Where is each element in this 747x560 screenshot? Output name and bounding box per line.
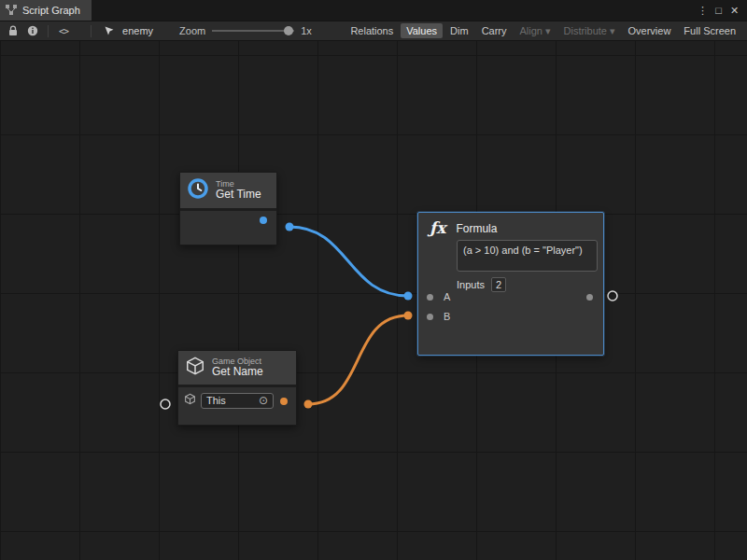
zoom-slider[interactable] xyxy=(212,30,294,32)
window-menu-icon[interactable]: ⋮ xyxy=(695,0,711,21)
window-titlebar: Script Graph ⋮ □ ✕ xyxy=(0,0,747,21)
target-object-dropdown[interactable]: This ⊙ xyxy=(201,393,274,409)
formula-output-port-hollow[interactable] xyxy=(608,291,617,301)
node-title: Get Time xyxy=(216,189,261,202)
small-cube-icon xyxy=(184,392,196,409)
gettime-output-port[interactable] xyxy=(260,217,267,224)
wire-endpoint[interactable] xyxy=(404,312,413,320)
toolbar-divider xyxy=(91,25,92,37)
graph-canvas[interactable]: Time Get Time ƒx Formula (a > 10) and (b… xyxy=(0,41,747,560)
node-header[interactable]: Game Object Get Name xyxy=(178,351,296,385)
align-dropdown[interactable]: Align▾ xyxy=(514,23,557,39)
lock-icon[interactable] xyxy=(4,21,22,40)
window-maximize-icon[interactable]: □ xyxy=(711,0,726,21)
full-screen-button[interactable]: Full Screen xyxy=(678,23,741,38)
node-get-time[interactable]: Time Get Time xyxy=(179,172,277,245)
node-title: Formula xyxy=(456,222,497,235)
titlebar-spacer xyxy=(92,0,695,21)
chevron-down-icon: ▾ xyxy=(545,25,551,37)
getname-input-port-hollow[interactable] xyxy=(161,399,170,409)
wire-getname-to-formula-b[interactable] xyxy=(308,315,408,404)
relations-button[interactable]: Relations xyxy=(345,23,399,38)
zoom-value: 1x xyxy=(301,25,312,36)
graph-name-label: enemy xyxy=(122,25,153,36)
target-picker-icon[interactable]: ⊙ xyxy=(259,395,268,406)
formula-fx-icon: ƒx xyxy=(430,220,445,236)
distribute-dropdown[interactable]: Distribute▾ xyxy=(558,23,621,39)
zoom-label: Zoom xyxy=(179,25,205,36)
script-machine-icon xyxy=(96,21,120,40)
cube-icon xyxy=(185,356,205,380)
window-close-icon[interactable]: ✕ xyxy=(726,0,742,21)
overview-button[interactable]: Overview xyxy=(623,23,677,38)
wire-gettime-to-formula-a[interactable] xyxy=(289,227,408,296)
getname-output-port[interactable] xyxy=(280,398,288,405)
formula-input-port-b[interactable] xyxy=(427,314,433,320)
dim-button[interactable]: Dim xyxy=(444,23,474,38)
wire-endpoint[interactable] xyxy=(404,292,413,301)
zoom-slider-knob[interactable] xyxy=(284,26,293,35)
chevron-down-icon: ▾ xyxy=(610,25,615,37)
formula-output-port[interactable] xyxy=(586,294,593,301)
clock-icon xyxy=(187,177,209,203)
port-label-b: B xyxy=(444,311,450,322)
node-formula[interactable]: ƒx Formula (a > 10) and (b = "Player") I… xyxy=(417,212,604,356)
carry-button[interactable]: Carry xyxy=(476,23,513,38)
formula-input-port-a[interactable] xyxy=(427,294,433,301)
port-label-a: A xyxy=(444,291,450,302)
node-title: Get Name xyxy=(212,366,263,379)
node-get-name[interactable]: Game Object Get Name This ⊙ xyxy=(177,350,297,426)
script-graph-tab[interactable]: Script Graph xyxy=(0,0,92,21)
script-graph-icon xyxy=(6,5,17,17)
toolbar-divider xyxy=(48,25,49,37)
node-header[interactable]: ƒx Formula xyxy=(418,213,603,236)
code-preview-icon[interactable]: <> xyxy=(53,26,74,36)
info-icon[interactable] xyxy=(22,21,43,40)
formula-expression-input[interactable]: (a > 10) and (b = "Player") xyxy=(457,240,598,272)
wire-endpoint[interactable] xyxy=(304,400,313,409)
node-header[interactable]: Time Get Time xyxy=(180,173,276,208)
window-title: Script Graph xyxy=(22,5,80,16)
wire-endpoint[interactable] xyxy=(286,223,294,231)
graph-toolbar: <> enemy Zoom 1x Relations Values Dim Ca… xyxy=(0,21,747,41)
values-button[interactable]: Values xyxy=(401,23,443,38)
target-value: This xyxy=(206,395,226,406)
